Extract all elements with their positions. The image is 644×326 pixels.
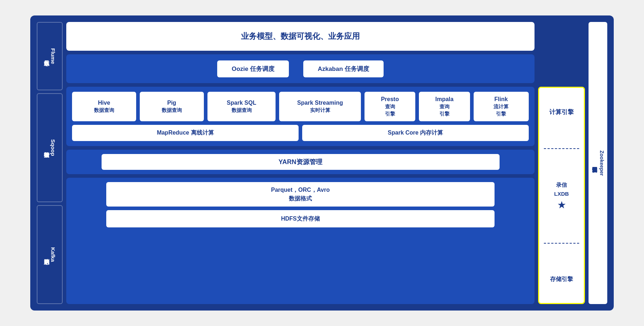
storage-section: 录信 LXDB ★ — [542, 181, 581, 211]
compute-engine-section: 计算引擎 — [542, 108, 581, 116]
compute-engine-title: 计算引擎 — [549, 108, 574, 116]
storage-engine-title: 存储引擎 — [550, 276, 573, 283]
zookeeper-label: Zookeeper 数据平台配置和调度 — [589, 22, 607, 304]
panel-divider-2 — [544, 243, 579, 244]
yarn-box: YARN资源管理 — [102, 154, 500, 170]
yarn-row: YARN资源管理 — [66, 150, 535, 174]
presto-engine-box: Presto 查询 引擎 — [365, 92, 415, 121]
right-highlighted-panel: 计算引擎 录信 LXDB ★ 存储引擎 — [538, 22, 585, 304]
hive-engine-box: Hive 数据查询 — [72, 92, 136, 121]
storage-db: LXDB — [554, 190, 569, 198]
pig-engine-box: Pig 数据查询 — [140, 92, 204, 121]
hdfs-box: HDFS文件存储 — [106, 210, 495, 227]
storage-company: 录信 — [556, 181, 567, 189]
azkaban-box: Azkaban 任务调度 — [303, 60, 384, 77]
compute-storage-panel: 计算引擎 录信 LXDB ★ 存储引擎 — [538, 87, 585, 304]
mapreduce-box: MapReduce 离线计算 — [72, 125, 299, 141]
top-banner-text: 业务模型、数据可视化、业务应用 — [241, 31, 360, 42]
compute-row: Hive 数据查询 Pig 数据查询 Spark SQL 数据查询 Spark … — [66, 87, 535, 146]
top-banner-row: 业务模型、数据可视化、业务应用 — [66, 22, 535, 51]
hdfs-row: HDFS文件存储 — [72, 210, 529, 227]
parquet-row: Parquet，ORC，Avro 数据格式 — [72, 182, 529, 207]
left-sidebar: Flume 日志收集 Sqoop 数据传输 Kafka 消息队列 — [37, 22, 63, 304]
diagram-container: Flume 日志收集 Sqoop 数据传输 Kafka 消息队列 业务模型、数据… — [30, 15, 614, 311]
compute-engines-bottom: MapReduce 离线计算 Spark Core 内存计算 — [72, 125, 529, 141]
storage-row: Parquet，ORC，Avro 数据格式 HDFS文件存储 — [66, 178, 535, 304]
main-content: 业务模型、数据可视化、业务应用 Oozie 任务调度 Azkaban 任务调度 … — [66, 22, 535, 304]
spark-core-box: Spark Core 内存计算 — [302, 125, 529, 141]
sidebar-item-flume: Flume 日志收集 — [37, 22, 63, 90]
scheduling-row: Oozie 任务调度 Azkaban 任务调度 — [66, 54, 535, 83]
oozie-box: Oozie 任务调度 — [217, 60, 289, 77]
zookeeper-panel: Zookeeper 数据平台配置和调度 — [589, 22, 607, 304]
spark-sql-engine-box: Spark SQL 数据查询 — [207, 92, 276, 121]
panel-divider — [544, 148, 579, 149]
compute-engines-top: Hive 数据查询 Pig 数据查询 Spark SQL 数据查询 Spark … — [72, 92, 529, 121]
storage-star: ★ — [557, 199, 566, 211]
sidebar-item-kafka: Kafka 消息队列 — [37, 205, 63, 304]
sidebar-item-sqoop: Sqoop 数据传输 — [37, 93, 63, 202]
parquet-box: Parquet，ORC，Avro 数据格式 — [106, 182, 495, 207]
spark-streaming-engine-box: Spark Streaming 实时计算 — [279, 92, 361, 121]
flink-engine-box: Flink 流计算 引擎 — [474, 92, 529, 121]
impala-engine-box: Impala 查询 引擎 — [419, 92, 470, 121]
storage-engine-section: 存储引擎 — [542, 276, 581, 283]
